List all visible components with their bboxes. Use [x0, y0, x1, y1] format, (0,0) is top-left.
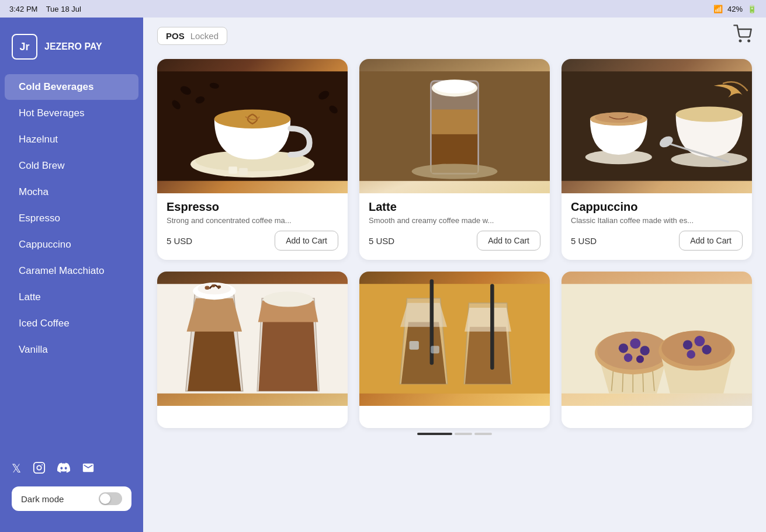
cart-icon[interactable]: [733, 25, 752, 47]
status-time-date: 3:42 PM Tue 18 Jul: [9, 5, 81, 13]
sidebar-item-hazelnut[interactable]: Hazelnut: [5, 127, 138, 152]
product-price-latte: 5 USD: [369, 236, 394, 246]
product-info-cappuccino: Cappuccino Classic Italian coffee made w…: [561, 193, 752, 225]
sidebar-item-latte[interactable]: Latte: [5, 284, 138, 310]
discord-icon[interactable]: [57, 461, 70, 477]
svg-point-62: [694, 336, 705, 346]
svg-point-61: [683, 340, 692, 349]
product-name-espresso: Espresso: [167, 200, 338, 214]
product-card-frappe: [157, 272, 348, 428]
status-bar: 3:42 PM Tue 18 Jul 📶 42% 🔋: [0, 0, 766, 18]
social-icons: 𝕏: [12, 461, 131, 477]
product-card-iced: [359, 272, 550, 428]
svg-point-58: [636, 356, 644, 363]
product-name-latte: Latte: [369, 200, 540, 214]
battery-icon: 🔋: [747, 5, 757, 13]
svg-point-55: [630, 338, 640, 349]
product-desc-latte: Smooth and creamy coffee made w...: [369, 216, 540, 225]
svg-point-14: [214, 109, 290, 128]
svg-point-24: [412, 164, 498, 179]
status-time: 3:42 PM: [9, 5, 37, 13]
pos-status: Locked: [190, 31, 219, 41]
sidebar-item-caramel-macchiato[interactable]: Caramel Macchiato: [5, 258, 138, 284]
svg-point-1: [37, 465, 41, 470]
product-image-espresso: [157, 59, 348, 193]
sidebar-item-cappuccino[interactable]: Cappuccino: [5, 232, 138, 258]
scroll-dot-inactive-2: [474, 433, 492, 435]
sidebar-item-cold-beverages[interactable]: Cold Beverages: [5, 74, 138, 100]
product-image-frappe: [157, 272, 348, 406]
product-card-espresso: Espresso Strong and concentrated coffee …: [157, 59, 348, 260]
sidebar-item-cold-brew[interactable]: Cold Brew: [5, 153, 138, 179]
svg-rect-41: [359, 284, 550, 393]
add-to-cart-cappuccino[interactable]: Add to Cart: [679, 231, 743, 251]
product-image-latte: [359, 59, 550, 193]
status-date: Tue 18 Jul: [46, 5, 81, 13]
logo-text: JEZERO PAY: [44, 41, 102, 52]
product-info-muffin: [561, 406, 752, 413]
sidebar-bottom: 𝕏: [0, 452, 143, 520]
sidebar-item-espresso[interactable]: Espresso: [5, 206, 138, 231]
product-info-espresso: Espresso Strong and concentrated coffee …: [157, 193, 348, 225]
svg-point-38: [212, 284, 216, 287]
pos-badge: POS Locked: [157, 27, 227, 45]
dark-mode-toggle[interactable]: Dark mode: [12, 486, 131, 511]
svg-point-60: [661, 331, 732, 366]
wifi-icon: 📶: [713, 5, 723, 13]
svg-rect-16: [239, 168, 248, 175]
product-card-latte: Latte Smooth and creamy coffee made w...…: [359, 59, 550, 260]
pos-label: POS: [166, 31, 185, 41]
svg-point-64: [687, 350, 695, 359]
gmail-icon[interactable]: [82, 461, 95, 477]
sidebar-item-iced-coffee[interactable]: Iced Coffee: [5, 311, 138, 336]
sidebar-item-mocha[interactable]: Mocha: [5, 179, 138, 205]
sidebar-nav: Cold Beverages Hot Beverages Hazelnut Co…: [0, 74, 143, 363]
product-image-cappuccino: [561, 59, 752, 193]
product-image-muffin: [561, 272, 752, 406]
instagram-icon[interactable]: [33, 461, 46, 477]
svg-rect-33: [157, 284, 348, 393]
svg-point-56: [640, 346, 649, 355]
battery-text: 42%: [727, 5, 743, 13]
toggle-track[interactable]: [99, 492, 122, 505]
svg-point-30: [676, 107, 743, 122]
sidebar-item-vanilla[interactable]: Vanilla: [5, 337, 138, 363]
product-desc-espresso: Strong and concentrated coffee ma...: [167, 216, 338, 225]
dark-mode-label: Dark mode: [21, 494, 64, 504]
product-info-latte: Latte Smooth and creamy coffee made w...: [359, 193, 550, 225]
svg-point-3: [740, 40, 741, 42]
svg-point-2: [41, 464, 43, 465]
svg-point-54: [619, 343, 628, 353]
status-indicators: 📶 42% 🔋: [713, 5, 757, 13]
svg-rect-21: [432, 109, 477, 134]
product-price-cappuccino: 5 USD: [571, 236, 597, 246]
header: POS Locked: [143, 18, 766, 54]
products-area: Espresso Strong and concentrated coffee …: [143, 54, 766, 532]
svg-rect-44: [410, 341, 419, 350]
scroll-indicator: [157, 428, 752, 437]
logo-area: Jr JEZERO PAY: [0, 29, 143, 74]
product-footer-espresso: 5 USD Add to Cart: [157, 231, 348, 251]
add-to-cart-espresso[interactable]: Add to Cart: [275, 231, 338, 251]
svg-rect-0: [34, 463, 44, 473]
product-footer-latte: 5 USD Add to Cart: [359, 231, 550, 251]
svg-point-4: [748, 40, 750, 42]
svg-point-53: [597, 332, 668, 370]
product-info-iced: [359, 406, 550, 413]
add-to-cart-latte[interactable]: Add to Cart: [477, 231, 540, 251]
svg-rect-43: [490, 284, 494, 370]
product-card-muffin: [561, 272, 752, 428]
sidebar-item-hot-beverages[interactable]: Hot Beverages: [5, 100, 138, 126]
product-name-cappuccino: Cappuccino: [571, 200, 743, 214]
svg-point-23: [434, 80, 476, 93]
svg-rect-15: [228, 166, 237, 173]
logo-initials: Jr: [19, 41, 29, 53]
sidebar: Jr JEZERO PAY Cold Beverages Hot Beverag…: [0, 18, 143, 532]
product-desc-cappuccino: Classic Italian coffee made with es...: [571, 216, 743, 225]
product-price-espresso: 5 USD: [167, 236, 192, 246]
twitter-icon[interactable]: 𝕏: [12, 461, 21, 477]
product-footer-cappuccino: 5 USD Add to Cart: [561, 231, 752, 251]
toggle-thumb: [100, 493, 110, 504]
products-grid: Espresso Strong and concentrated coffee …: [157, 59, 752, 428]
main-content: POS Locked: [143, 18, 766, 532]
